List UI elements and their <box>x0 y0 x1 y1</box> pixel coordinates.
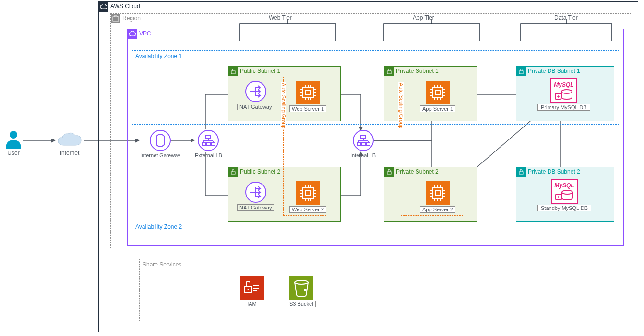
user-icon <box>5 129 22 149</box>
rds-mysql-icon: MySQL <box>551 179 578 204</box>
app-server-1: App Server 1 <box>420 81 455 112</box>
svg-rect-69 <box>426 81 450 104</box>
share-services-group: Share Services <box>139 259 619 321</box>
aws-cloud-icon <box>99 2 108 12</box>
lb-icon <box>352 129 374 151</box>
svg-text:MySQL: MySQL <box>554 81 573 88</box>
web-server-2: Web Server 2 <box>289 181 326 213</box>
int-lb-label: Internal LB <box>350 152 376 158</box>
standby-db: MySQL Standby MySQL DB <box>537 179 591 211</box>
web2-label: Web Server 2 <box>289 206 326 213</box>
cloud-icon <box>55 132 84 149</box>
s3-label: S3 Bucket <box>287 301 316 307</box>
public-subnet-2-label: Public Subnet 2 <box>240 168 280 175</box>
az2-label: Availability Zone 2 <box>135 223 182 230</box>
vpc-label: VPC <box>139 30 151 37</box>
ec2-icon <box>296 181 320 205</box>
nat1-label: NAT Gateway <box>237 104 274 110</box>
internal-lb: Internal LB <box>350 129 376 158</box>
asg-app-label: Auto Scaling Group <box>398 82 404 129</box>
az1-label: Availability Zone 1 <box>135 53 182 59</box>
aws-cloud-label: AWS Cloud <box>110 3 140 10</box>
app1-label: App Server 1 <box>420 105 455 112</box>
public-subnet-1-label: Public Subnet 1 <box>240 68 280 74</box>
vpc-icon <box>128 29 137 39</box>
db2-label: Standby MySQL DB <box>537 205 591 211</box>
s3-bucket: S3 Bucket <box>287 276 316 307</box>
ec2-icon <box>426 181 450 205</box>
app2-label: App Server 2 <box>420 206 455 213</box>
iam-label: IAM <box>243 301 261 307</box>
primary-db: MySQL Primary MySQL DB <box>537 78 590 111</box>
app-server-2: App Server 2 <box>420 181 455 213</box>
web1-label: Web Server 1 <box>289 105 326 112</box>
igw-label: Internet Gateway <box>140 152 180 158</box>
svg-rect-11 <box>387 172 391 174</box>
ext-lb-label: External LB <box>195 152 222 158</box>
svg-rect-12 <box>519 71 523 74</box>
svg-rect-10 <box>387 71 391 74</box>
internet-gateway: Internet Gateway <box>140 129 180 158</box>
svg-rect-8 <box>231 71 235 74</box>
svg-point-113 <box>248 289 249 290</box>
internet: Internet <box>55 132 84 156</box>
user-label: User <box>7 150 19 156</box>
svg-rect-39 <box>296 81 320 104</box>
lock-open-icon <box>228 67 238 76</box>
svg-point-14 <box>150 130 170 151</box>
svg-rect-7 <box>113 17 119 21</box>
db1-label: Primary MySQL DB <box>537 104 590 111</box>
ec2-icon <box>426 81 450 104</box>
lb-icon <box>197 129 219 151</box>
nat-icon <box>245 181 267 203</box>
igw-icon <box>149 129 171 151</box>
region-label: Region <box>122 15 141 22</box>
nat-icon <box>245 81 267 103</box>
ec2-icon <box>296 81 320 104</box>
svg-text:MySQL: MySQL <box>554 182 574 189</box>
asg-web-label: Auto Scaling Group <box>281 82 286 129</box>
svg-rect-84 <box>426 181 450 205</box>
svg-rect-13 <box>519 172 523 174</box>
iam-icon <box>240 276 264 300</box>
nat-gateway-2: NAT Gateway <box>237 181 274 211</box>
lock-icon <box>384 167 394 177</box>
svg-rect-54 <box>296 181 320 205</box>
svg-rect-9 <box>231 172 235 174</box>
web-server-1: Web Server 1 <box>289 81 326 112</box>
lock-icon <box>384 67 394 76</box>
external-lb: External LB <box>195 129 222 158</box>
nat2-label: NAT Gateway <box>237 204 274 211</box>
region-icon <box>111 14 120 23</box>
user: User <box>5 129 22 156</box>
db-subnet-1-label: Private DB Subnet 1 <box>528 68 580 74</box>
s3-icon <box>289 276 313 300</box>
iam: IAM <box>240 276 264 307</box>
nat-gateway-1: NAT Gateway <box>237 81 274 110</box>
svg-point-6 <box>10 131 17 139</box>
share-services-label: Share Services <box>143 261 181 268</box>
lock-icon <box>516 67 526 76</box>
internet-label: Internet <box>60 150 80 156</box>
lock-icon <box>516 167 526 177</box>
private-subnet-1-label: Private Subnet 1 <box>396 68 439 74</box>
svg-point-119 <box>304 289 307 291</box>
db-subnet-2-label: Private DB Subnet 2 <box>528 168 580 175</box>
svg-rect-117 <box>289 276 313 300</box>
lock-open-icon <box>228 167 238 177</box>
rds-mysql-icon: MySQL <box>550 78 577 103</box>
